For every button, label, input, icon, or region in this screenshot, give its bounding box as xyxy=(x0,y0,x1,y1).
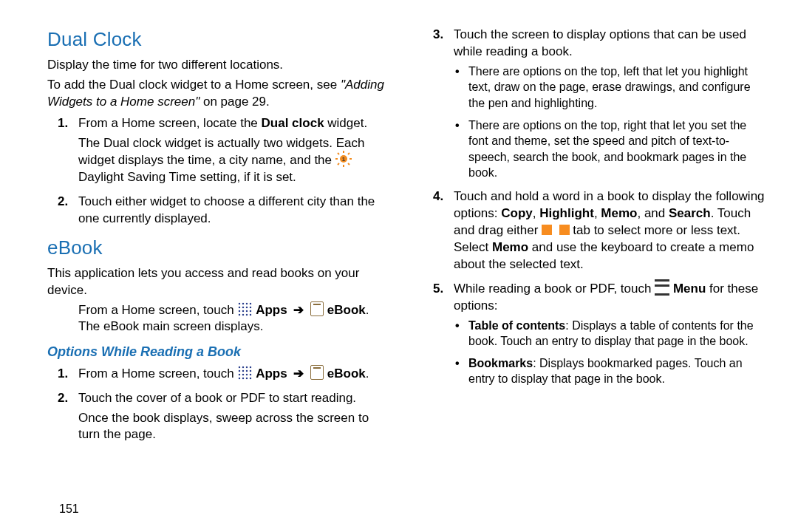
label-dual-clock: Dual clock xyxy=(262,116,324,130)
arrow-icon: ➔ xyxy=(290,366,307,381)
ebook-intro: This application lets you access and rea… xyxy=(47,265,393,299)
menu-icon xyxy=(655,279,669,296)
step-1: From a Home screen, locate the Dual cloc… xyxy=(47,115,393,186)
apps-label: Apps xyxy=(256,303,287,317)
options-steps-cont: Touch the screen to display options that… xyxy=(423,27,768,387)
bullet: There are options on the top, left that … xyxy=(454,64,768,112)
page-number: 151 xyxy=(59,502,79,516)
left-column: Dual Clock Display the time for two diff… xyxy=(47,22,393,517)
label-memo: Memo xyxy=(492,240,528,254)
heading-dual-clock: Dual Clock xyxy=(47,27,393,52)
label-copy: Copy xyxy=(501,206,533,220)
opt-step-2-body: Once the book displays, sweep across the… xyxy=(78,410,393,444)
text: From a Home screen, locate the xyxy=(78,116,262,130)
step-2: Touch either widget to choose a differen… xyxy=(47,194,393,228)
opt-step-1: From a Home screen, touch Apps ➔ eBook. xyxy=(47,366,393,383)
ebook-label: eBook xyxy=(327,303,366,317)
ebook-open: From a Home screen, touch Apps ➔ eBook. … xyxy=(47,302,393,336)
bullet: Bookmarks: Displays bookmarked pages. To… xyxy=(454,355,768,387)
ebook-icon xyxy=(310,301,324,316)
opt-step-2: Touch the cover of a book or PDF to star… xyxy=(47,390,393,444)
ebook-icon xyxy=(310,365,324,380)
dualclock-steps: From a Home screen, locate the Dual cloc… xyxy=(47,115,393,228)
step-1-body: The Dual clock widget is actually two wi… xyxy=(78,135,393,186)
svg-line-6 xyxy=(348,163,349,165)
label-bookmarks: Bookmarks xyxy=(468,357,533,369)
dst-sun-icon: 1 xyxy=(335,151,352,167)
bullet: There are options on the top, right that… xyxy=(454,117,768,181)
text: Daylight Saving Time setting, if it is s… xyxy=(78,170,296,184)
options-steps: From a Home screen, touch Apps ➔ eBook. … xyxy=(47,366,393,444)
text: Touch the cover of a book or PDF to star… xyxy=(78,391,356,405)
label-search: Search xyxy=(669,206,711,220)
text: To add the Dual clock widget to a Home s… xyxy=(47,78,341,92)
opt-step-4: Touch and hold a word in a book to displ… xyxy=(423,188,768,273)
heading-ebook: eBook xyxy=(47,235,393,261)
step3-bullets: There are options on the top, left that … xyxy=(454,64,768,181)
apps-grid-icon xyxy=(237,301,252,316)
bullet: Table of contents: Displays a table of c… xyxy=(454,318,768,349)
label-memo: Memo xyxy=(601,206,637,220)
dualclock-add: To add the Dual clock widget to a Home s… xyxy=(47,77,393,111)
selection-handle-icon xyxy=(559,225,570,235)
heading-options: Options While Reading a Book xyxy=(47,343,393,361)
text: From a Home screen, touch xyxy=(78,303,237,317)
opt-step-3: Touch the screen to display options that… xyxy=(423,27,768,181)
text: The Dual clock widget is actually two wi… xyxy=(78,136,364,167)
selection-handle-icon xyxy=(542,225,552,235)
svg-line-7 xyxy=(348,153,349,154)
text: From a Home screen, touch xyxy=(78,366,237,381)
opt-step-5: While reading a book or PDF, touch Menu … xyxy=(423,281,768,387)
svg-line-5 xyxy=(338,153,339,154)
step5-bullets: Table of contents: Displays a table of c… xyxy=(454,318,768,387)
ebook-label: eBook xyxy=(327,366,366,381)
text: Touch the screen to display options that… xyxy=(454,27,746,58)
text: While reading a book or PDF, touch xyxy=(454,282,655,296)
label-highlight: Highlight xyxy=(539,206,594,220)
svg-text:1: 1 xyxy=(342,156,346,163)
text: on page 29. xyxy=(200,95,270,109)
svg-line-8 xyxy=(338,163,339,165)
right-column: Touch the screen to display options that… xyxy=(423,22,768,517)
apps-grid-icon xyxy=(237,365,252,380)
text: widget. xyxy=(324,116,368,130)
dualclock-intro: Display the time for two different locat… xyxy=(47,57,393,74)
arrow-icon: ➔ xyxy=(290,303,307,317)
label-menu: Menu xyxy=(673,282,706,296)
label-toc: Table of contents xyxy=(468,319,565,332)
apps-label: Apps xyxy=(256,366,287,381)
